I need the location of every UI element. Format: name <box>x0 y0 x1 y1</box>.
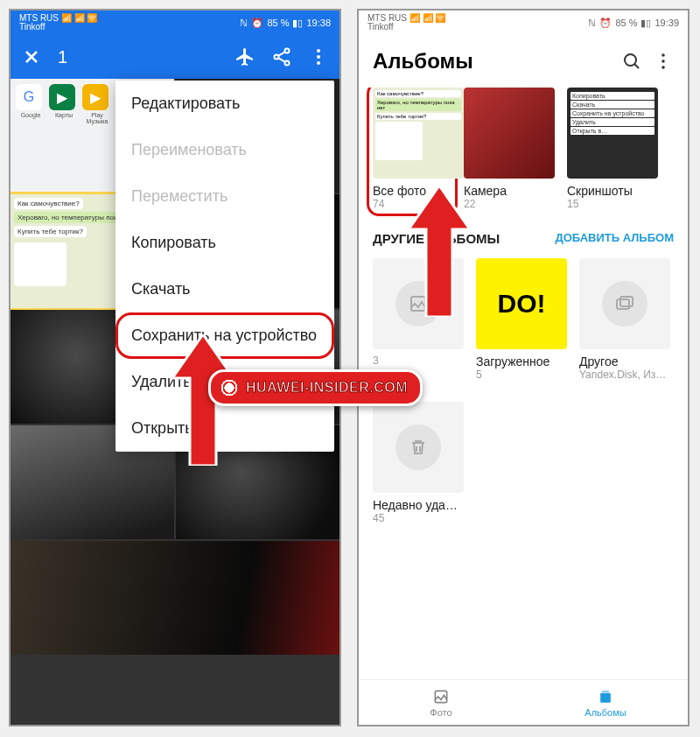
svg-marker-17 <box>409 186 470 317</box>
status-bar: MTS RUS 📶 📶 🛜 Tinkoff ℕ ⏰ 85 % ▮▯ 19:38 <box>10 11 340 35</box>
album-downloads[interactable]: DO! Загруженное 5 <box>476 258 567 381</box>
photo-thumb[interactable] <box>10 541 340 655</box>
battery-icon: ▮▯ <box>640 18 651 29</box>
page-title: Альбомы <box>373 49 611 74</box>
more-icon[interactable] <box>308 46 329 67</box>
svg-rect-12 <box>617 299 629 309</box>
svg-rect-13 <box>620 297 633 306</box>
svg-point-2 <box>285 61 290 66</box>
menu-move: Переместить <box>116 173 334 220</box>
alarm-icon: ⏰ <box>599 18 612 29</box>
menu-edit[interactable]: Редактировать <box>116 81 334 127</box>
svg-rect-15 <box>600 692 611 702</box>
selection-count: 1 <box>58 47 67 67</box>
svg-point-9 <box>662 60 665 63</box>
search-icon[interactable] <box>621 51 642 72</box>
status-carrier: MTS RUS 📶 📶 🛜 Tinkoff <box>368 14 445 32</box>
svg-point-8 <box>662 53 665 57</box>
more-icon[interactable] <box>653 51 674 72</box>
share-icon[interactable] <box>271 46 292 67</box>
phone-right-screenshot: MTS RUS 📶 📶 🛜 Tinkoff ℕ ⏰ 85 % ▮▯ 19:39 … <box>357 9 690 726</box>
bottom-nav: Фото Альбомы <box>359 679 688 725</box>
status-right: ℕ ⏰ 85 % ▮▯ 19:38 <box>240 18 331 29</box>
menu-rename: Переименовать <box>116 127 334 173</box>
status-bar: MTS RUS 📶 📶 🛜 Tinkoff ℕ ⏰ 85 % ▮▯ 19:39 <box>359 11 688 35</box>
phone-left-screenshot: MTS RUS 📶 📶 🛜 Tinkoff ℕ ⏰ 85 % ▮▯ 19:38 … <box>9 9 341 726</box>
svg-rect-16 <box>602 691 609 692</box>
svg-point-10 <box>662 66 665 69</box>
svg-point-1 <box>275 55 279 60</box>
svg-point-5 <box>317 61 320 65</box>
nav-albums[interactable]: Альбомы <box>523 680 688 725</box>
menu-download[interactable]: Скачать <box>116 266 334 312</box>
albums-header: Альбомы <box>359 35 688 88</box>
nfc-icon: ℕ <box>240 18 248 29</box>
selection-action-bar: 1 <box>10 35 340 79</box>
trash-icon <box>396 425 441 470</box>
status-carrier: MTS RUS 📶 📶 🛜 Tinkoff <box>19 14 97 32</box>
close-icon[interactable] <box>21 46 42 67</box>
alarm-icon: ⏰ <box>251 18 263 29</box>
folder-icon <box>602 281 648 326</box>
nfc-icon: ℕ <box>588 18 596 29</box>
annotation-arrow <box>409 186 470 317</box>
album-camera[interactable]: Камера 22 <box>464 88 555 210</box>
huawei-logo-icon <box>218 376 241 399</box>
svg-point-0 <box>285 49 290 53</box>
offline-icon[interactable] <box>234 46 256 67</box>
svg-point-4 <box>317 55 320 59</box>
menu-copy[interactable]: Копировать <box>116 220 334 266</box>
watermark-badge: HUAWEI-INSIDER.COM <box>208 369 423 406</box>
album-screenshots[interactable]: Копировать Скачать Сохранить на устройст… <box>567 88 658 210</box>
svg-point-7 <box>625 54 636 66</box>
album-recently-deleted[interactable]: Недавно уда… 45 <box>373 402 464 524</box>
add-album-button[interactable]: ДОБАВИТЬ АЛЬБОМ <box>555 232 674 245</box>
nav-photos[interactable]: Фото <box>359 680 523 725</box>
svg-point-3 <box>317 49 320 53</box>
status-right: ℕ ⏰ 85 % ▮▯ 19:39 <box>588 18 679 29</box>
album-other[interactable]: Другое Yandex.Disk, Изм… <box>579 258 670 381</box>
battery-icon: ▮▯ <box>292 18 303 29</box>
